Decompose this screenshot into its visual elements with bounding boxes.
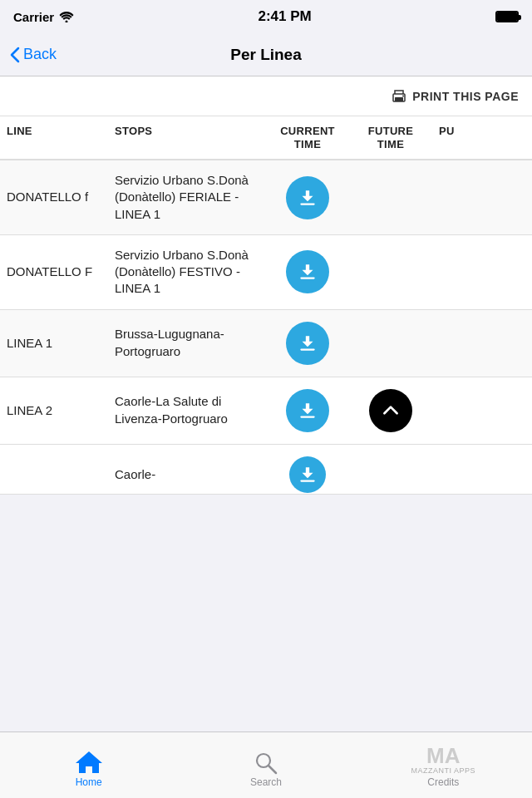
search-icon (254, 751, 278, 775)
download-button[interactable] (286, 322, 329, 365)
svg-rect-4 (300, 203, 314, 204)
scroll-up-button[interactable] (369, 389, 412, 432)
download-button[interactable] (286, 389, 329, 432)
tab-credits-label: Credits (427, 776, 459, 788)
status-bar: Carrier 2:41 PM (0, 0, 532, 33)
tab-search-label: Search (250, 776, 282, 788)
back-button[interactable]: Back (10, 46, 57, 63)
row-current-time (266, 377, 349, 444)
download-button[interactable] (289, 456, 326, 493)
download-icon (297, 261, 318, 283)
tab-home-label: Home (76, 776, 102, 788)
table-row: DONATELLO f Servizio Urbano S.Donà (Donà… (0, 160, 532, 235)
download-button[interactable] (286, 176, 329, 219)
status-battery (495, 11, 519, 22)
print-bar: PRINT THIS PAGE (0, 76, 532, 116)
row-line (0, 463, 108, 486)
tab-bar: Home Search MA MAZZANTI APPS Credits (0, 732, 532, 798)
svg-rect-7 (300, 416, 314, 417)
svg-marker-9 (76, 751, 102, 773)
svg-rect-2 (395, 97, 403, 101)
print-icon (391, 89, 407, 104)
download-icon (297, 187, 318, 209)
row-pu (432, 463, 482, 486)
col-current-time: CURRENTTIME (266, 116, 349, 159)
table-row: Caorle- (0, 445, 532, 495)
status-carrier: Carrier (13, 10, 74, 24)
svg-line-11 (268, 766, 276, 773)
download-icon (297, 400, 318, 421)
home-icon (74, 750, 104, 775)
row-future-time (349, 260, 432, 283)
col-pu: PU (432, 116, 482, 159)
tab-search[interactable]: Search (177, 751, 354, 791)
data-table: LINE STOPS CURRENTTIME FUTURETIME PU DON… (0, 116, 532, 495)
table-row: DONATELLO F Servizio Urbano S.Donà (Donà… (0, 235, 532, 310)
download-icon (297, 332, 318, 354)
row-current-time (266, 310, 349, 377)
row-current-time (266, 239, 349, 305)
table-row: LINEA 2 Caorle-La Salute di Livenza-Port… (0, 377, 532, 445)
back-chevron-icon (10, 47, 20, 63)
row-pu (432, 260, 482, 283)
svg-rect-5 (300, 278, 314, 279)
row-line: LINEA 2 (0, 391, 108, 431)
row-stops: Servizio Urbano S.Donà (Donàtello) FERIA… (108, 160, 266, 234)
download-button[interactable] (286, 250, 329, 293)
svg-point-0 (66, 21, 68, 23)
status-time: 2:41 PM (258, 8, 311, 25)
svg-rect-6 (300, 348, 314, 350)
download-icon (297, 464, 318, 485)
row-line: DONATELLO F (0, 252, 108, 292)
table-header: LINE STOPS CURRENTTIME FUTURETIME PU (0, 116, 532, 160)
page-title: Per Linea (230, 46, 302, 64)
row-pu (432, 332, 482, 355)
svg-point-3 (402, 95, 404, 96)
row-stops: Caorle-La Salute di Livenza-Portogruaro (108, 382, 266, 439)
col-future-time: FUTURETIME (349, 116, 432, 159)
tab-credits[interactable]: MA MAZZANTI APPS Credits (355, 745, 532, 791)
row-pu (432, 399, 482, 422)
print-button[interactable]: PRINT THIS PAGE (391, 89, 519, 104)
row-current-time (266, 445, 349, 495)
row-future-time (349, 186, 432, 209)
row-future-time (349, 463, 432, 486)
tab-home[interactable]: Home (0, 750, 177, 791)
table-row: LINEA 1 Brussa-Lugugnana-Portogruaro (0, 310, 532, 377)
row-stops: Brussa-Lugugnana-Portogruaro (108, 314, 266, 372)
row-future-time (349, 377, 432, 444)
svg-rect-8 (300, 480, 314, 481)
row-pu (432, 186, 482, 209)
row-current-time (266, 165, 349, 231)
battery-icon (495, 11, 519, 22)
row-stops: Servizio Urbano S.Donà (Donàtello) FESTI… (108, 235, 266, 309)
row-future-time (349, 332, 432, 355)
credits-icon: MA MAZZANTI APPS (411, 745, 476, 775)
col-stops: STOPS (108, 116, 266, 159)
chevron-up-icon (380, 400, 401, 421)
row-line: LINEA 1 (0, 323, 108, 363)
wifi-icon (59, 11, 74, 22)
row-line: DONATELLO f (0, 177, 108, 217)
row-stops: Caorle- (108, 455, 266, 495)
nav-bar: Back Per Linea (0, 33, 532, 76)
col-line: LINE (0, 116, 108, 159)
